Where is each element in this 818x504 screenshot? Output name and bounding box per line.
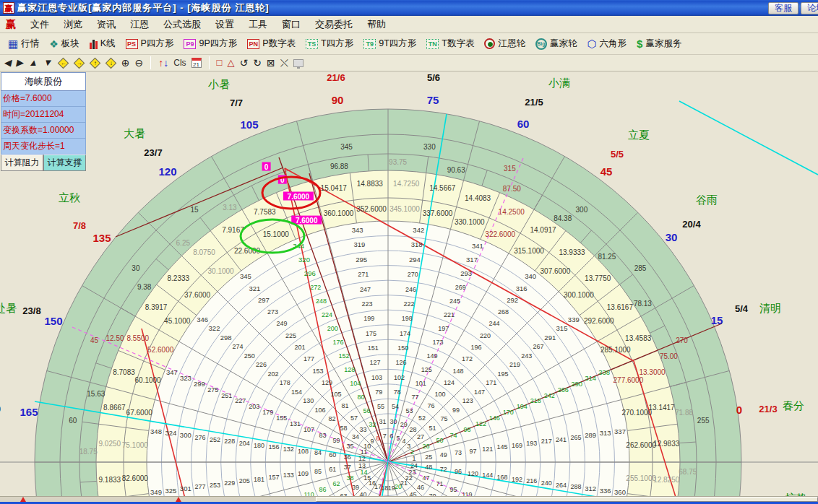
svg-text:122: 122	[475, 420, 486, 427]
svg-text:229: 229	[224, 479, 235, 487]
hexagon-button[interactable]: ⬡六角形	[582, 36, 632, 51]
calendar-icon[interactable]: 21	[191, 58, 202, 68]
svg-text:147: 147	[474, 388, 485, 396]
zoom-in-icon[interactable]: ⊕	[121, 56, 130, 69]
svg-text:337.6000: 337.6000	[423, 209, 453, 217]
menu-news[interactable]: 资讯	[90, 16, 123, 33]
svg-text:216: 216	[526, 477, 537, 485]
shift-right-icon[interactable]: →	[73, 57, 85, 69]
drawing-toolbar: ◀ ▶ ▲ ▼ ← → ↑ ↓ ⊕ ⊖ ↑↓ Cls 21 □ △ ↺ ↻ ⊠ …	[0, 55, 818, 71]
t-square-button[interactable]: TST四方形	[301, 36, 358, 51]
svg-text:307.6000: 307.6000	[541, 267, 571, 275]
scrollbar-thumb[interactable]	[316, 497, 818, 502]
collapse-icon[interactable]: ⤬	[280, 56, 288, 69]
menu-browse[interactable]: 浏览	[56, 16, 90, 33]
menu-formula-select[interactable]: 公式选股	[156, 16, 208, 33]
svg-text:101: 101	[416, 380, 426, 387]
svg-text:13.6167: 13.6167	[607, 303, 634, 311]
kline-button[interactable]: K线	[85, 36, 121, 51]
svg-text:178: 178	[280, 379, 290, 386]
svg-text:14.0917: 14.0917	[530, 226, 556, 234]
calc-resistance-button[interactable]: 计算阻力	[1, 155, 43, 171]
svg-text:276: 276	[195, 434, 206, 441]
svg-text:7/7: 7/7	[230, 97, 243, 108]
svg-text:197: 197	[438, 325, 449, 332]
rotate-ccw-icon[interactable]: ↺	[239, 56, 248, 69]
svg-text:346: 346	[197, 316, 208, 323]
page-up-icon[interactable]: ▲	[27, 56, 40, 69]
menu-gann[interactable]: 江恩	[123, 16, 156, 33]
svg-text:98: 98	[463, 426, 470, 433]
calc-support-button[interactable]: 计算支撑	[43, 155, 86, 171]
next-arrow-icon[interactable]: ▶	[15, 56, 25, 69]
svg-text:337: 337	[614, 427, 626, 435]
gann-wheel-chart[interactable]: 0153045607524025527028530031533034503.13…	[0, 71, 818, 504]
p-square-button[interactable]: PSP四方形	[121, 36, 179, 51]
svg-text:168: 168	[497, 474, 508, 481]
svg-text:33: 33	[359, 426, 366, 433]
menu-trade[interactable]: 交易委托	[308, 16, 360, 33]
svg-text:79: 79	[375, 388, 382, 396]
t-number-table-button[interactable]: TNT数字表	[421, 36, 479, 51]
svg-text:200: 200	[327, 325, 338, 332]
svg-text:48: 48	[425, 464, 432, 471]
svg-text:81.25: 81.25	[598, 253, 616, 261]
winner-service-button[interactable]: $赢家服务	[632, 36, 686, 51]
t9-square-button[interactable]: T99T四方形	[358, 36, 421, 51]
square-draw-icon[interactable]: □	[217, 56, 223, 69]
shift-up-icon[interactable]: ↑	[89, 57, 100, 69]
gann-wheel-button[interactable]: 江恩轮	[479, 36, 530, 51]
target-icon	[484, 38, 495, 49]
p-number-table-button[interactable]: PNP数字表	[242, 36, 301, 51]
updown-arrows-icon[interactable]: ↑↓	[158, 56, 168, 69]
menu-window[interactable]: 窗口	[275, 16, 308, 33]
svg-text:270.1000: 270.1000	[621, 409, 652, 417]
svg-text:316: 316	[516, 284, 528, 292]
svg-text:180: 180	[254, 442, 264, 449]
svg-text:251: 251	[221, 392, 232, 399]
svg-text:271: 271	[358, 271, 369, 278]
monitor-icon[interactable]	[293, 59, 303, 67]
customer-service-button[interactable]: 客服	[768, 2, 798, 14]
p9-square-button[interactable]: P99P四方形	[178, 36, 242, 51]
cls-button[interactable]: Cls	[173, 56, 186, 69]
zoom-out-icon[interactable]: ⊖	[134, 56, 143, 69]
forum-button[interactable]: 论坛	[801, 2, 818, 14]
svg-text:223: 223	[362, 300, 373, 308]
menu-file[interactable]: 文件	[23, 16, 56, 33]
gann-wheel-svg[interactable]: 0153045607524025527028530031533034503.13…	[0, 71, 818, 504]
rotate-cw-icon[interactable]: ↻	[253, 56, 262, 69]
horizontal-scrollbar[interactable]	[0, 496, 818, 502]
box-x-icon[interactable]: ⊠	[267, 56, 275, 69]
triangle-draw-icon[interactable]: △	[227, 56, 234, 69]
menu-help[interactable]: 帮助	[360, 16, 393, 33]
svg-text:128: 128	[344, 366, 355, 373]
svg-text:243: 243	[521, 352, 532, 360]
svg-text:181: 181	[254, 476, 264, 483]
svg-text:300.1000: 300.1000	[564, 291, 594, 299]
svg-text:37: 37	[344, 464, 351, 471]
menu-tools[interactable]: 工具	[241, 16, 275, 33]
shift-left-icon[interactable]: ←	[57, 57, 69, 69]
svg-text:253: 253	[210, 482, 220, 489]
svg-text:93.75: 93.75	[389, 158, 407, 166]
svg-text:75: 75	[441, 415, 448, 422]
page-down-icon[interactable]: ▼	[42, 56, 54, 69]
menu-settings[interactable]: 设置	[208, 16, 241, 33]
svg-text:35: 35	[346, 443, 353, 450]
prev-arrow-icon[interactable]: ◀	[3, 56, 13, 69]
svg-text:150: 150	[44, 315, 62, 327]
shift-down-icon[interactable]: ↓	[105, 57, 116, 69]
svg-text:255.1000: 255.1000	[626, 474, 656, 482]
svg-text:165: 165	[20, 406, 38, 418]
sectors-button[interactable]: ❖板块	[44, 36, 85, 51]
quotes-button[interactable]: ▦行情	[3, 36, 44, 51]
svg-text:360: 360	[614, 488, 626, 496]
winner-wheel-button[interactable]: Big赢家轮	[530, 36, 582, 51]
svg-text:15.1000: 15.1000	[263, 230, 290, 238]
svg-text:106: 106	[315, 407, 326, 414]
main-toolbar: ▦行情 ❖板块 K线 PSP四方形 P99P四方形 PNP数字表 TST四方形 …	[0, 33, 818, 55]
svg-text:12.9833: 12.9833	[653, 440, 680, 448]
svg-text:275: 275	[207, 386, 218, 394]
svg-text:293: 293	[460, 269, 472, 277]
